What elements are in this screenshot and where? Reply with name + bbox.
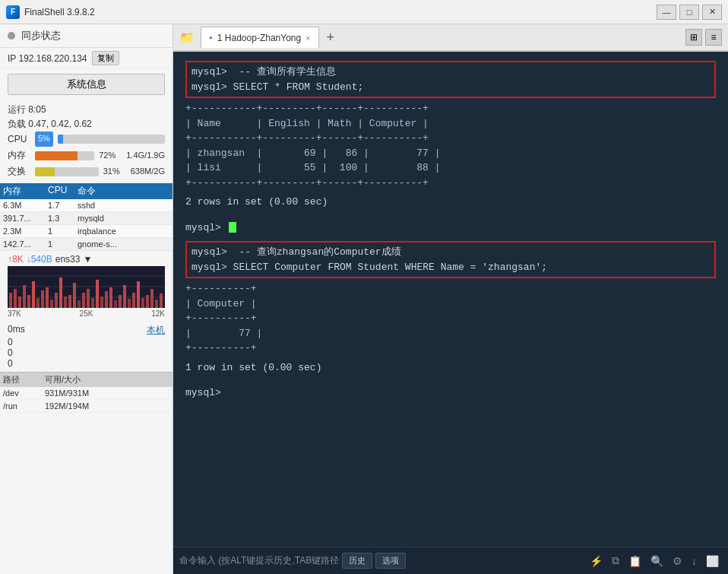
- copy-ip-button[interactable]: 复制: [92, 51, 119, 65]
- net-header: ↑8K ↓540B ens33 ▼: [8, 254, 165, 265]
- cpu-bar: [58, 135, 63, 144]
- svg-rect-8: [32, 281, 35, 308]
- tab-dot: ●: [209, 34, 213, 41]
- net-chart: [8, 266, 165, 308]
- terminal[interactable]: mysql> -- 查询所有学生信息 mysql> SELECT * FROM …: [173, 52, 728, 547]
- svg-rect-17: [73, 283, 76, 308]
- svg-rect-23: [100, 297, 103, 308]
- svg-rect-28: [123, 285, 126, 308]
- latency-val3: 0: [8, 358, 165, 369]
- svg-rect-6: [23, 285, 26, 308]
- sync-status: 同步状态: [0, 24, 173, 48]
- lightning-icon[interactable]: ⚡: [587, 553, 606, 569]
- table-separator: +-----------+---------+------+----------…: [185, 101, 716, 116]
- tab-close-button[interactable]: ×: [305, 33, 310, 43]
- svg-rect-27: [119, 295, 122, 308]
- list-view-button[interactable]: ≡: [705, 29, 722, 46]
- download-icon[interactable]: ↓: [688, 553, 700, 569]
- svg-rect-15: [64, 297, 67, 308]
- process-row: 391.7... 1.3 mysqld: [0, 212, 173, 225]
- mem-pct: 72%: [99, 149, 122, 163]
- swap-label: 交换: [8, 164, 30, 179]
- tab-label: 1 Hadoop-ZhanYong: [217, 33, 301, 43]
- grid-view-button[interactable]: ⊞: [685, 29, 702, 46]
- sidebar: 同步状态 IP 192.168.220.134 复制 系统信息 运行 8:05 …: [0, 24, 173, 574]
- net-download: ↓540B: [27, 254, 52, 265]
- latency-link[interactable]: 本机: [147, 324, 165, 337]
- stats-section: 运行 8:05 负载 0.47, 0.42, 0.62 CPU 5% 内存 72…: [0, 100, 173, 183]
- new-tab-button[interactable]: +: [322, 30, 340, 46]
- table-data-row: | zhangsan | 69 | 86 | 77 |: [185, 146, 716, 161]
- rows-count: 2 rows in set (0.00 sec): [185, 195, 716, 210]
- mem-bar-container: [35, 151, 94, 160]
- svg-rect-12: [50, 300, 53, 308]
- ip-text: IP 192.168.220.134: [8, 53, 87, 64]
- cmd-line: mysql> -- 查询zhangsan的Computer成绩: [191, 245, 710, 260]
- tab-bar: 📁 ● 1 Hadoop-ZhanYong × + ⊞ ≡: [173, 24, 728, 52]
- main-layout: 同步状态 IP 192.168.220.134 复制 系统信息 运行 8:05 …: [0, 24, 728, 574]
- table-data-row: | 77 |: [185, 326, 716, 341]
- net-dropdown-icon[interactable]: ▼: [83, 254, 92, 265]
- cmd-input-label: 命令输入 (按ALT键提示历史,TAB键路径: [179, 554, 339, 567]
- svg-rect-20: [87, 289, 90, 308]
- cmd-line: mysql> SELECT * FROM Student;: [191, 80, 710, 95]
- latency-section: 0ms 本机 0 0 0: [0, 321, 173, 372]
- swap-val: 638M/2G: [131, 165, 165, 179]
- process-header: 内存 CPU 命令: [0, 183, 173, 199]
- svg-rect-21: [91, 298, 94, 308]
- process-row: 142.7... 1 gnome-s...: [0, 238, 173, 251]
- copy-icon[interactable]: ⧉: [609, 553, 622, 569]
- title-bar: F FinalShell 3.9.8.2 — □ ✕: [0, 0, 728, 24]
- table-separator: +-----------+---------+------+----------…: [185, 176, 716, 191]
- window-icon[interactable]: ⬜: [703, 553, 722, 569]
- swap-bar-container: [35, 167, 99, 176]
- svg-rect-10: [41, 290, 44, 308]
- table-separator: +----------+: [185, 311, 716, 326]
- sys-info-button[interactable]: 系统信息: [8, 74, 165, 95]
- paste-icon[interactable]: 📋: [625, 553, 644, 569]
- active-tab[interactable]: ● 1 Hadoop-ZhanYong ×: [201, 27, 319, 48]
- net-upload: ↑8K: [8, 254, 24, 265]
- latency-ms: 0ms: [8, 324, 25, 337]
- options-button[interactable]: 选项: [375, 553, 406, 569]
- load-label: 负载 0.47, 0.42, 0.62: [8, 117, 165, 132]
- ip-row: IP 192.168.220.134 复制: [0, 48, 173, 69]
- svg-rect-31: [137, 281, 140, 308]
- svg-rect-11: [46, 287, 49, 308]
- uptime-label: 运行 8:05: [8, 103, 165, 117]
- svg-rect-14: [59, 277, 62, 308]
- svg-rect-33: [146, 295, 149, 308]
- close-button[interactable]: ✕: [702, 5, 722, 20]
- cmd-block-2: mysql> -- 查询zhangsan的Computer成绩 mysql> S…: [185, 241, 716, 278]
- maximize-button[interactable]: □: [679, 5, 699, 20]
- settings-icon[interactable]: ⚙: [669, 553, 685, 569]
- command-input-bar: 命令输入 (按ALT键提示历史,TAB键路径 历史 选项 ⚡ ⧉ 📋 🔍 ⚙ ↓…: [173, 547, 728, 574]
- table-header-row: | Name | English | Math | Computer |: [185, 116, 716, 132]
- cursor: [229, 222, 236, 233]
- final-prompt: mysql>: [185, 385, 716, 401]
- table-separator: +----------+: [185, 281, 716, 297]
- cpu-value: 5%: [35, 132, 53, 147]
- latency-val1: 0: [8, 337, 165, 347]
- path-section: 路径 可用/大小 /dev 931M/931M /run 192M/194M: [0, 372, 173, 574]
- path-header: 路径 可用/大小: [0, 372, 173, 387]
- minimize-button[interactable]: —: [657, 5, 676, 20]
- command-input-field[interactable]: [409, 556, 584, 566]
- rows-count: 1 row in set (0.00 sec): [185, 360, 716, 376]
- app-title: FinalShell 3.9.8.2: [24, 7, 657, 17]
- proc-header-cpu: CPU: [48, 185, 74, 198]
- process-row: 2.3M 1 irqbalance: [0, 225, 173, 238]
- search-icon[interactable]: 🔍: [647, 553, 666, 569]
- mem-label: 内存: [8, 148, 30, 163]
- svg-rect-24: [105, 291, 108, 308]
- svg-rect-4: [14, 289, 17, 308]
- history-button[interactable]: 历史: [342, 553, 372, 569]
- tab-bar-right: ⊞ ≡: [685, 29, 722, 46]
- svg-rect-25: [109, 287, 112, 308]
- net-labels: 37K 25K 12K: [8, 309, 165, 318]
- net-iface: ens33: [55, 254, 81, 265]
- swap-stat-row: 交换 31% 638M/2G: [8, 164, 165, 179]
- proc-header-cmd: 命令: [78, 185, 169, 198]
- svg-rect-30: [132, 293, 135, 308]
- table-separator: +----------+: [185, 341, 716, 356]
